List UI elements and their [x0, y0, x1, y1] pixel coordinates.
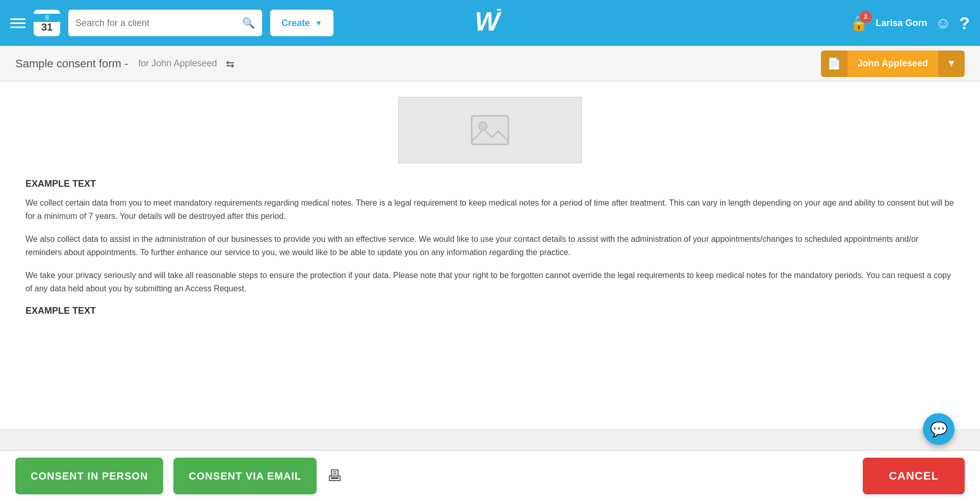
client-button[interactable]: 📄 John Appleseed ▼: [821, 51, 965, 77]
chat-bubble-button[interactable]: 💬: [923, 413, 955, 445]
consent-in-person-button[interactable]: CONSENT IN PERSON: [15, 458, 163, 494]
swap-icon[interactable]: ⇆: [226, 58, 235, 70]
nav-right: 🔒 2 Larisa Gorn ☺ ?: [850, 13, 970, 33]
badge-count: 2: [860, 11, 872, 23]
example-heading-2: EXAMPLE TEXT: [25, 306, 955, 316]
smiley-icon[interactable]: ☺: [936, 14, 951, 32]
svg-text:W: W: [475, 7, 502, 35]
print-icon: 🖶: [327, 467, 342, 484]
subheader: Sample consent form - for John Appleseed…: [0, 46, 980, 82]
chevron-down-icon: ▼: [315, 19, 322, 27]
client-name: John Appleseed: [847, 58, 938, 69]
form-for-label: for John Appleseed: [138, 58, 217, 69]
example-heading-1: EXAMPLE TEXT: [25, 179, 955, 189]
svg-rect-2: [472, 116, 508, 144]
help-icon[interactable]: ?: [959, 13, 970, 33]
chevron-down-icon: ▼: [938, 51, 965, 77]
footer: CONSENT IN PERSON CONSENT VIA EMAIL 🖶 CA…: [0, 450, 980, 501]
paragraph-1: We collect certain data from you to meet…: [25, 196, 955, 222]
calendar-icon[interactable]: ☰ 31: [34, 10, 60, 36]
print-button[interactable]: 🖶: [327, 467, 342, 485]
svg-point-3: [479, 122, 487, 130]
paragraph-2: We also collect data to assist in the ad…: [25, 233, 955, 259]
top-navigation: ☰ 31 🔍 Create ▼ W 🔒 2 Larisa Gorn ☺ ?: [0, 0, 980, 46]
menu-icon[interactable]: [10, 18, 25, 28]
user-name: Larisa Gorn: [876, 18, 927, 29]
image-placeholder: [398, 97, 582, 163]
search-box: 🔍: [68, 10, 262, 36]
create-button[interactable]: Create ▼: [270, 10, 333, 36]
paragraph-3: We take your privacy seriously and will …: [25, 269, 955, 295]
search-icon: 🔍: [242, 17, 255, 29]
chat-icon: 💬: [930, 421, 948, 438]
form-title: Sample consent form -: [15, 57, 128, 70]
search-input[interactable]: [75, 18, 237, 29]
notification-badge[interactable]: 🔒 2: [850, 15, 868, 32]
create-label: Create: [281, 18, 310, 29]
cancel-button[interactable]: CANCEL: [863, 458, 965, 494]
consent-via-email-button[interactable]: CONSENT VIA EMAIL: [173, 458, 317, 494]
app-logo: W: [475, 7, 505, 39]
main-content: EXAMPLE TEXT We collect certain data fro…: [0, 82, 980, 429]
doc-icon: 📄: [821, 51, 847, 77]
